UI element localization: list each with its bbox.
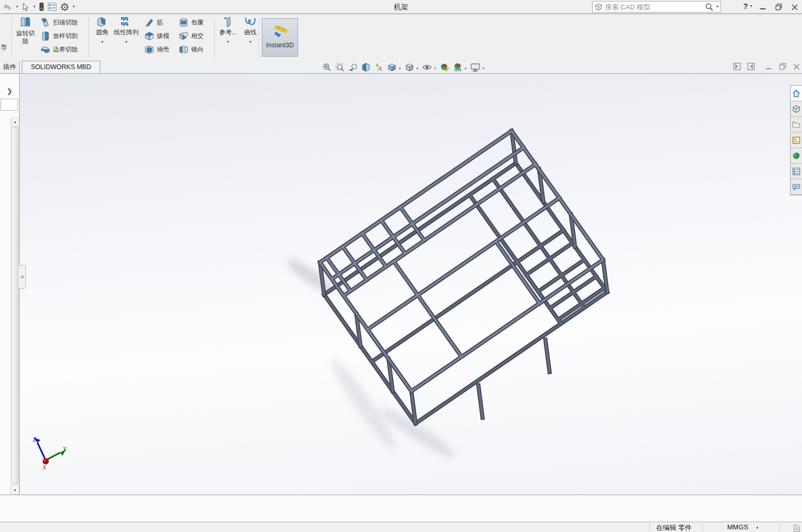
previous-view-button[interactable] — [346, 62, 359, 73]
minimize-icon[interactable] — [760, 4, 766, 10]
triad-x-label: X — [42, 464, 47, 470]
linear-pattern-caret[interactable]: ▾ — [125, 39, 127, 44]
search-input[interactable] — [605, 3, 702, 11]
search-box[interactable]: ▾ — [592, 1, 721, 12]
view-settings-caret[interactable]: ▾ — [483, 66, 485, 71]
zoom-to-area-icon — [335, 62, 345, 72]
draft-icon — [144, 31, 154, 41]
design-library-icon — [792, 105, 800, 113]
previous-view-icon — [348, 62, 358, 72]
document-window-controls — [733, 63, 800, 70]
linear-pattern-button[interactable]: 线性阵列 ▾ — [112, 16, 140, 44]
search-cube-icon — [595, 3, 603, 11]
panel-mini-box — [1, 99, 18, 111]
instant3d-toggle[interactable]: Instant3D — [262, 18, 298, 57]
reference-caret[interactable]: ▾ — [227, 39, 229, 44]
taskpane-view-palette[interactable] — [791, 132, 802, 148]
units-caret[interactable]: ▴ — [756, 525, 758, 529]
help-caret[interactable]: ▾ — [750, 4, 752, 8]
shell-button[interactable]: 抽壳 — [144, 44, 169, 55]
frame-model[interactable] — [320, 131, 607, 423]
panel-scrollbar[interactable]: ▲ ▼ — [10, 117, 19, 495]
appearances-sphere-icon — [792, 152, 800, 160]
tag-icon[interactable] — [794, 525, 800, 532]
fillet-caret[interactable]: ▾ — [101, 39, 103, 44]
swept-cut-button[interactable]: 扫描切除 — [41, 17, 78, 28]
hide-show-items-icon — [422, 62, 432, 72]
scroll-up-button[interactable]: ▲ — [11, 117, 19, 126]
collapse-pane-right-icon[interactable] — [747, 63, 755, 70]
boundary-cut-button[interactable]: 边界切除 — [41, 44, 78, 55]
status-separator — [649, 523, 650, 531]
tab-addins[interactable]: 插件 — [0, 61, 20, 73]
status-separator — [702, 523, 703, 531]
reference-triad: Z Y X — [33, 436, 67, 470]
edit-appearance-button[interactable] — [438, 62, 451, 73]
editing-state-label: 在编辑 零件 — [656, 523, 692, 532]
intersect-icon — [179, 31, 189, 41]
view-settings-icon — [470, 63, 480, 72]
panel-splitter-handle[interactable] — [19, 265, 26, 289]
display-style-button[interactable] — [403, 62, 416, 73]
units-selector[interactable]: MMGS — [727, 523, 748, 531]
window-controls — [760, 0, 802, 14]
scroll-down-button[interactable]: ▼ — [11, 486, 19, 495]
rib-button[interactable]: 筋 — [144, 17, 169, 28]
search-icon[interactable] — [705, 3, 714, 11]
help-button[interactable]: ? — [743, 2, 748, 10]
view-orientation-caret[interactable]: ▾ — [399, 66, 401, 71]
apply-scene-button[interactable] — [451, 62, 464, 73]
view-palette-icon — [792, 136, 800, 144]
status-separator — [779, 523, 780, 531]
scrollbar-thumb[interactable] — [11, 127, 19, 484]
hide-show-items-caret[interactable]: ▾ — [434, 66, 436, 71]
instant3d-icon — [271, 26, 289, 38]
dynamic-annotation-views-button[interactable]: A — [372, 62, 385, 73]
taskpane-file-explorer[interactable] — [791, 117, 802, 132]
curves-button[interactable]: 曲线 ▾ — [240, 16, 261, 44]
doc-close-icon[interactable] — [793, 63, 800, 70]
mirror-button[interactable]: 镜向 — [179, 44, 204, 55]
lofted-cut-button[interactable]: 放样切割 — [41, 31, 78, 42]
command-manager-ribbon: 导 旋转切 除 扫描切除 放样切割 边界切除 圆角 ▾ 线性阵列 ▾ — [0, 14, 802, 61]
hide-show-items-button[interactable] — [420, 62, 434, 73]
boundary-cut-icon — [41, 45, 50, 55]
ribbon-separator — [11, 17, 12, 58]
taskpane-solidworks-resources[interactable] — [791, 86, 802, 101]
doc-minimize-icon[interactable] — [766, 63, 772, 70]
draft-button[interactable]: 拔模 — [144, 31, 169, 42]
ribbon-separator — [214, 17, 215, 58]
intersect-button[interactable]: 相交 — [179, 31, 204, 42]
doc-restore-icon[interactable] — [779, 63, 786, 70]
wrap-button[interactable]: 包覆 — [179, 17, 204, 28]
revolved-cut-button[interactable]: 旋转切 除 — [14, 16, 37, 45]
graphics-viewport[interactable]: Z Y X — [20, 74, 802, 495]
expand-panel-arrow[interactable]: ❯ — [7, 87, 12, 95]
close-icon[interactable] — [792, 4, 798, 10]
section-view-button[interactable] — [359, 62, 372, 73]
apply-scene-icon — [453, 62, 463, 72]
display-style-icon — [405, 62, 415, 72]
restore-icon[interactable] — [776, 4, 782, 10]
apply-scene-caret[interactable]: ▾ — [465, 66, 467, 71]
fillet-button[interactable]: 圆角 ▾ — [91, 16, 113, 44]
title-bar: ▾ ▾ ▾ 机架 ▾ ? ▾ — [0, 0, 802, 14]
graphics-area[interactable]: Z Y X — [20, 74, 802, 495]
taskpane-appearances[interactable] — [791, 148, 802, 164]
tab-solidworks-mbd[interactable]: SOLIDWORKS MBD — [22, 61, 100, 73]
taskpane-design-library[interactable] — [791, 101, 802, 117]
reference-geometry-button[interactable]: 参考... ▾ — [216, 16, 240, 44]
dynamic-annotation-views-icon: A — [374, 62, 384, 72]
search-caret[interactable]: ▾ — [716, 5, 718, 9]
display-style-caret[interactable]: ▾ — [417, 66, 419, 71]
curves-caret[interactable]: ▾ — [249, 39, 251, 44]
collapse-pane-left-icon[interactable] — [733, 63, 741, 70]
curves-icon — [244, 16, 257, 29]
view-orientation-button[interactable] — [385, 62, 398, 73]
custom-properties-icon — [792, 167, 800, 176]
taskpane-custom-properties[interactable] — [791, 164, 802, 179]
taskpane-forum[interactable] — [791, 179, 802, 195]
zoom-to-area-button[interactable] — [333, 62, 346, 73]
zoom-to-fit-button[interactable] — [320, 62, 333, 73]
view-settings-button[interactable] — [469, 62, 482, 73]
